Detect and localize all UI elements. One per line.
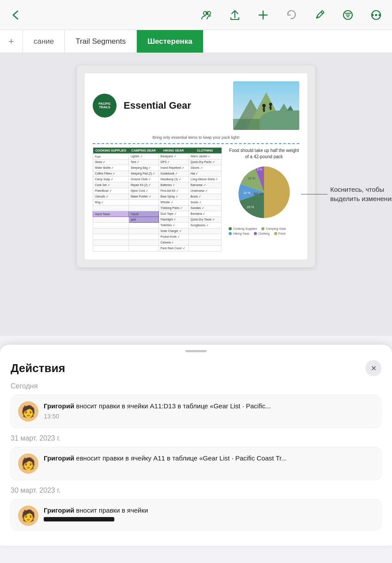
panel-header: Действия ✕ — [11, 360, 381, 376]
table-row: Solar Charger ✓ — [93, 228, 222, 234]
gear-table: COOKING SUPPLIES CAMPING GEAR HIKING GEA… — [93, 148, 222, 251]
avatar-gregory-1: 🧑 — [18, 401, 38, 422]
svg-rect-20 — [233, 119, 299, 130]
close-panel-button[interactable]: ✕ — [366, 360, 381, 376]
top-bar-center — [199, 7, 384, 23]
doc-logo: PACIFICTRAILS — [93, 94, 117, 118]
legend-cooking: Cooking Supplies — [229, 227, 257, 230]
back-button[interactable] — [8, 7, 24, 23]
undo-button[interactable] — [283, 7, 299, 23]
svg-point-2 — [206, 12, 208, 14]
svg-rect-22 — [263, 107, 265, 112]
legend-clothing: Clothing — [254, 232, 270, 235]
add-button[interactable] — [255, 7, 271, 23]
svg-rect-25 — [270, 106, 271, 110]
activity-time-today: 13:50 — [44, 413, 374, 420]
doc-header: PACIFICTRAILS Essential Gear — [93, 81, 299, 130]
col-camping: CAMPING GEAR — [128, 148, 158, 154]
doc-title-section: Essential Gear — [124, 100, 226, 111]
table-row: Pack Rain Cover ✓ — [93, 246, 222, 251]
user-name: Григорий — [44, 454, 74, 462]
tab-label: Trail Segments — [75, 37, 126, 46]
doc-left: COOKING SUPPLIES CAMPING GEAR HIKING GEA… — [93, 148, 222, 251]
svg-text:19 %: 19 % — [247, 205, 254, 209]
more-button[interactable] — [368, 7, 384, 23]
table-row: FuelLighter ✓Backpack ✓Warm Jacket ✓ — [93, 154, 222, 160]
table-row: Camera ✓ — [93, 240, 222, 246]
top-bar-left — [8, 7, 24, 23]
annotate-button[interactable] — [312, 7, 328, 23]
chart-legend: Cooking Supplies Camping Gear Hiking Gea… — [229, 227, 299, 235]
table-row: Utensils ✓Water Purifier ✓Bear Spray ✓Bo… — [93, 194, 222, 200]
main-content: PACIFICTRAILS Essential Gear — [0, 53, 392, 336]
tab-shesterenka[interactable]: Шестеренка — [137, 30, 204, 53]
drag-handle[interactable] — [185, 350, 207, 352]
doc-right: Food should take up half the weight of a… — [229, 148, 299, 251]
activity-text-today: Григорий вносит правки в ячейки A11:D13 … — [44, 401, 374, 420]
table-row: Stove ✓Tent ✓GPS ✓Quick-Dry Pants ✓ — [93, 160, 222, 165]
doc-hero-image — [233, 81, 299, 130]
doc-title: Essential Gear — [124, 100, 226, 111]
table-row: Pocket Knife ✓ — [93, 234, 222, 240]
table-row: Mug ✓Whistle ✓Socks ✓ — [93, 200, 222, 205]
user-name: Григорий — [44, 402, 74, 410]
tabs-bar: + сание Trail Segments Шестеренка — [0, 30, 392, 53]
callout: Коснитесь, чтобы выделить изменения. — [301, 185, 392, 203]
share-button[interactable] — [227, 7, 243, 23]
activity-card-today[interactable]: 🧑 Григорий вносит правки в ячейки A11:D1… — [11, 395, 381, 428]
callout-text: Коснитесь, чтобы выделить изменения. — [328, 185, 392, 203]
activity-card-march31[interactable]: 🧑 Григорий евносит правки в ячейку A11 в… — [11, 447, 381, 480]
section-date-march31: 31 март. 2023 г. — [11, 434, 381, 442]
tab-trail-segments[interactable]: Trail Segments — [65, 30, 137, 53]
table-row: Coffee Filters ✓Sleeping Pad (2) ✓Guideb… — [93, 171, 222, 177]
svg-point-21 — [262, 104, 266, 107]
svg-text:16 %: 16 % — [248, 177, 256, 180]
pie-chart: 50 % 19 % 10 % 16 % 5 % — [235, 164, 293, 221]
redacted-text — [44, 517, 114, 521]
legend-hiking: Hiking Gear — [229, 232, 249, 235]
tab-label: сание — [34, 37, 54, 46]
table-row: Plate/Bowl ✓Nylon Cord ✓First-Aid Kit ✓U… — [93, 188, 222, 194]
user-name: Григорий — [44, 506, 74, 514]
svg-text:10 %: 10 % — [243, 191, 251, 195]
section-date-today: Сегодня — [11, 382, 381, 390]
activity-text-march31: Григорий евносит правки в ячейку A11 в т… — [44, 453, 374, 463]
table-row: SPF Flashlight ✓ Quick-Dry Towel ✓ — [93, 217, 222, 223]
dashed-divider — [93, 143, 299, 144]
col-hiking: HIKING GEAR — [158, 148, 188, 154]
callout-line — [301, 194, 328, 194]
document-inner: PACIFICTRAILS Essential Gear — [85, 73, 307, 259]
top-bar — [0, 0, 392, 30]
svg-point-12 — [376, 14, 377, 15]
document-preview: PACIFICTRAILS Essential Gear — [77, 65, 315, 267]
tab-description[interactable]: сание — [23, 30, 65, 53]
legend-camping: Camping Gear — [261, 227, 286, 230]
table-row: Hand Towel Travel Duct Tape ✓ Bandana ✓ — [93, 211, 222, 217]
svg-text:5 %: 5 % — [257, 168, 262, 171]
tab-add-button[interactable]: + — [0, 30, 23, 53]
avatar-gregory-3: 🧑 — [18, 506, 38, 526]
food-description: Food should take up half the weight of a… — [229, 148, 299, 160]
doc-subtitle: Bring only essential items to keep your … — [93, 135, 299, 140]
avatar-gregory-2: 🧑 — [18, 453, 38, 474]
content-wrapper: PACIFICTRAILS Essential Gear — [77, 65, 315, 267]
activity-text-march30: Григорий вносит правки в ячейки — [44, 506, 374, 521]
doc-main-body: COOKING SUPPLIES CAMPING GEAR HIKING GEA… — [93, 148, 299, 251]
svg-point-24 — [269, 103, 272, 106]
col-clothing: CLOTHING — [188, 148, 221, 154]
table-row: Trekking Poles ✓Sandals ✓ — [93, 205, 222, 211]
svg-text:50 %: 50 % — [254, 192, 263, 196]
legend-food: Food — [274, 232, 286, 235]
table-row: Camp Soap ✓Ground Cloth ✓Headlamp (3) ✓L… — [93, 177, 222, 183]
svg-line-5 — [321, 12, 323, 14]
col-cooking: COOKING SUPPLIES — [93, 148, 129, 154]
activity-card-march30[interactable]: 🧑 Григорий вносит правки в ячейки — [11, 499, 381, 531]
table-row: Cook Set ✓Repair Kit (2) ✓Batteries ✓Rai… — [93, 183, 222, 188]
collaborate-button[interactable] — [199, 7, 215, 23]
filter-button[interactable] — [340, 7, 356, 23]
table-row: Toiletries ✓Sunglasses ✓ — [93, 223, 222, 228]
tab-label: Шестеренка — [147, 37, 192, 46]
actions-panel: Действия ✕ Сегодня 🧑 Григорий вносит пра… — [0, 345, 392, 546]
section-date-march30: 30 март. 2023 г. — [11, 487, 381, 495]
panel-title: Действия — [11, 361, 65, 375]
